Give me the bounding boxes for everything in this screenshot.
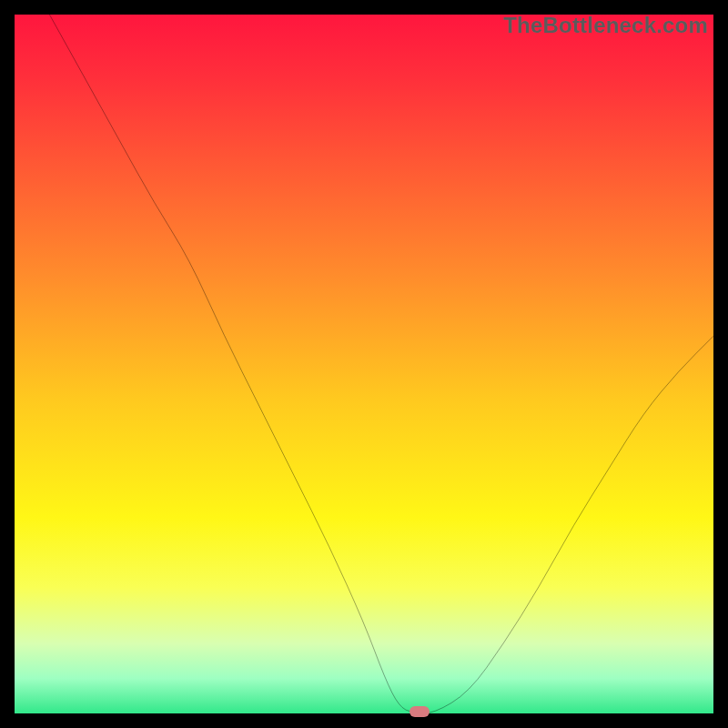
curve-path [49, 15, 713, 713]
optimal-point-marker [410, 706, 430, 717]
plot-area: TheBottleneck.com [15, 15, 713, 713]
bottleneck-curve [15, 15, 713, 713]
chart-frame: TheBottleneck.com [0, 0, 728, 728]
